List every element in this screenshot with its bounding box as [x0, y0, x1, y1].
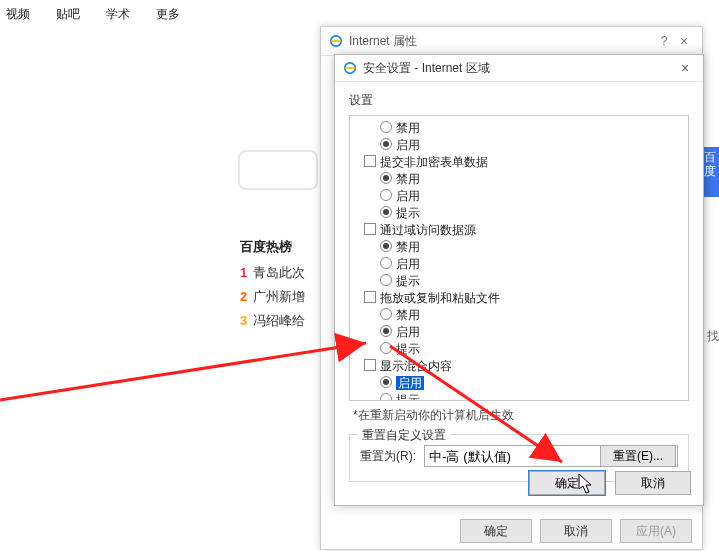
dialog-title: Internet 属性: [349, 33, 417, 50]
hotlist-title: 百度热榜: [240, 238, 305, 256]
cancel-button[interactable]: 取消: [615, 471, 691, 495]
tree-radio-enable-selected[interactable]: 启用: [356, 375, 682, 392]
dialog-security-settings: 安全设置 - Internet 区域 × 设置 禁用 启用 提交非加密表单数据 …: [334, 54, 704, 506]
tree-group-forms[interactable]: 提交非加密表单数据: [356, 154, 682, 171]
tree-radio-prompt[interactable]: 提示: [356, 341, 682, 358]
tree-radio-disable[interactable]: 禁用: [356, 120, 682, 137]
dialog-titlebar[interactable]: 安全设置 - Internet 区域 ×: [335, 55, 703, 82]
help-button[interactable]: ?: [654, 34, 674, 48]
ok-button[interactable]: 确定: [460, 519, 532, 543]
nav-xueshu[interactable]: 学术: [106, 6, 130, 23]
settings-tree[interactable]: 禁用 启用 提交非加密表单数据 禁用 启用 提示 通过域访问数据源 禁用 启用 …: [349, 115, 689, 401]
dialog-title: 安全设置 - Internet 区域: [363, 60, 490, 77]
tree-radio-enable[interactable]: 启用: [356, 188, 682, 205]
hotlist: 百度热榜 1青岛此次 2广州新增 3冯绍峰给: [240, 238, 305, 336]
settings-label: 设置: [349, 92, 689, 109]
reset-to-label: 重置为(R):: [360, 448, 416, 465]
tree-radio-disable[interactable]: 禁用: [356, 307, 682, 324]
hotlist-row[interactable]: 1青岛此次: [240, 264, 305, 282]
close-button[interactable]: ×: [674, 33, 694, 49]
tree-radio-prompt[interactable]: 提示: [356, 273, 682, 290]
tree-radio-prompt[interactable]: 提示: [356, 205, 682, 222]
search-input[interactable]: [238, 150, 318, 190]
tree-group-dragdrop[interactable]: 拖放或复制和粘贴文件: [356, 290, 682, 307]
svg-line-2: [0, 343, 366, 400]
hotlist-row[interactable]: 2广州新增: [240, 288, 305, 306]
tree-group-domain[interactable]: 通过域访问数据源: [356, 222, 682, 239]
cursor-icon: [578, 473, 594, 495]
dialog-titlebar[interactable]: Internet 属性 ? ×: [321, 27, 702, 56]
reset-legend: 重置自定义设置: [358, 427, 450, 444]
close-button[interactable]: ×: [675, 60, 695, 76]
reset-button[interactable]: 重置(E)...: [600, 445, 676, 467]
apply-button: 应用(A): [620, 519, 692, 543]
tree-radio-prompt[interactable]: 提示: [356, 392, 682, 401]
tree-radio-enable[interactable]: 启用: [356, 324, 682, 341]
tree-radio-disable[interactable]: 禁用: [356, 239, 682, 256]
top-nav: 视频 贴吧 学术 更多: [0, 6, 180, 23]
tree-group-mixed[interactable]: 显示混合内容: [356, 358, 682, 375]
tree-radio-enable[interactable]: 启用: [356, 137, 682, 154]
hotlist-row[interactable]: 3冯绍峰给: [240, 312, 305, 330]
nav-more[interactable]: 更多: [156, 6, 180, 23]
nav-tieba[interactable]: 贴吧: [56, 6, 80, 23]
nav-video[interactable]: 视频: [6, 6, 30, 23]
tree-radio-disable[interactable]: 禁用: [356, 171, 682, 188]
restart-note: *在重新启动你的计算机后生效: [353, 407, 689, 424]
refresh-link[interactable]: 找: [707, 328, 719, 345]
tree-radio-enable[interactable]: 启用: [356, 256, 682, 273]
ie-icon: [343, 61, 357, 75]
cancel-button[interactable]: 取消: [540, 519, 612, 543]
ie-icon: [329, 34, 343, 48]
